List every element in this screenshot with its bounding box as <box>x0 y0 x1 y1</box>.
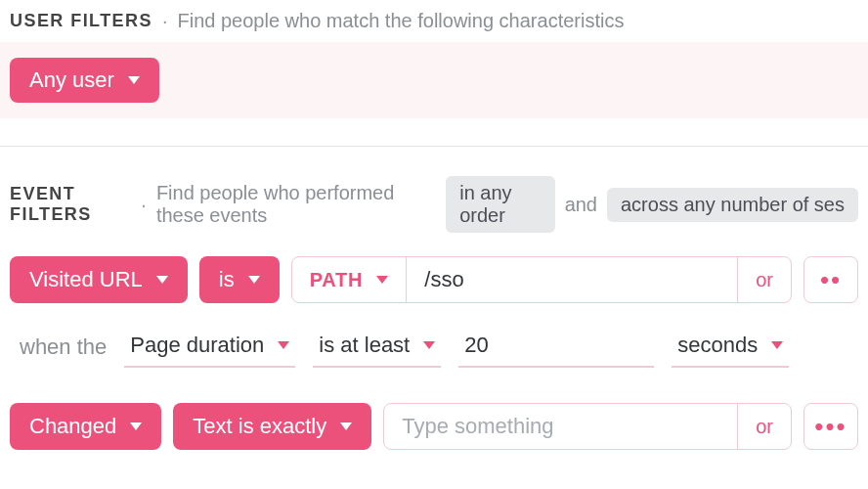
comparator-label: is at least <box>319 333 410 358</box>
user-filters-header: USER FILTERS · Find people who match the… <box>0 0 868 42</box>
and-text: and <box>565 194 597 216</box>
chevron-down-icon <box>376 276 388 284</box>
user-filters-description: Find people who match the following char… <box>178 10 625 32</box>
comparator-dropdown[interactable]: is at least <box>313 327 441 368</box>
unit-label: seconds <box>677 333 758 358</box>
changed-dropdown[interactable]: Changed <box>10 403 161 450</box>
chevron-down-icon <box>278 341 289 349</box>
chevron-down-icon <box>128 76 140 84</box>
unit-dropdown[interactable]: seconds <box>672 327 789 368</box>
text-match-group: or <box>383 403 792 450</box>
event-filters-title: EVENT FILTERS <box>10 184 131 225</box>
separator-dot: · <box>141 194 147 216</box>
url-mode-label: PATH <box>310 269 364 291</box>
any-user-label: Any user <box>29 67 114 93</box>
section-divider <box>0 146 868 147</box>
chevron-down-icon <box>340 422 352 430</box>
event-row-changed: Changed Text is exactly or ••• <box>0 389 868 464</box>
chevron-down-icon <box>248 276 260 284</box>
separator-dot: · <box>162 10 168 32</box>
or-button[interactable]: or <box>737 404 791 449</box>
or-button[interactable]: or <box>737 257 791 302</box>
more-options-button[interactable]: ••• <box>803 403 858 450</box>
url-mode-path-dropdown[interactable]: PATH <box>292 257 408 302</box>
event-when-row: when the Page duration is at least secon… <box>0 317 868 389</box>
metric-label: Page duration <box>130 333 264 358</box>
operator-is-dropdown[interactable]: is <box>199 256 280 303</box>
changed-label: Changed <box>29 414 116 439</box>
duration-value-input[interactable] <box>458 327 654 368</box>
order-chip[interactable]: in any order <box>446 176 554 233</box>
more-options-button[interactable]: •• <box>803 256 858 303</box>
scope-chip[interactable]: across any number of ses <box>607 188 858 222</box>
chevron-down-icon <box>130 422 142 430</box>
operator-is-label: is <box>219 267 235 292</box>
user-filters-title: USER FILTERS <box>10 11 152 31</box>
visited-url-label: Visited URL <box>29 267 143 292</box>
text-is-exactly-dropdown[interactable]: Text is exactly <box>173 403 371 450</box>
chevron-down-icon <box>771 341 783 349</box>
visited-url-dropdown[interactable]: Visited URL <box>10 256 188 303</box>
chevron-down-icon <box>423 341 435 349</box>
event-filters-header: EVENT FILTERS · Find people who performe… <box>0 166 868 243</box>
url-match-group: PATH or <box>291 256 792 303</box>
user-filters-row: Any user <box>0 42 868 118</box>
metric-dropdown[interactable]: Page duration <box>124 327 295 368</box>
text-match-input[interactable] <box>384 404 737 449</box>
any-user-dropdown[interactable]: Any user <box>10 58 159 103</box>
when-the-text: when the <box>20 334 107 360</box>
event-filters-description: Find people who performed these events <box>156 182 436 227</box>
chevron-down-icon <box>156 276 168 284</box>
url-path-input[interactable] <box>407 257 737 302</box>
text-is-exactly-label: Text is exactly <box>193 414 326 439</box>
event-row-visited-url: Visited URL is PATH or •• <box>0 243 868 317</box>
